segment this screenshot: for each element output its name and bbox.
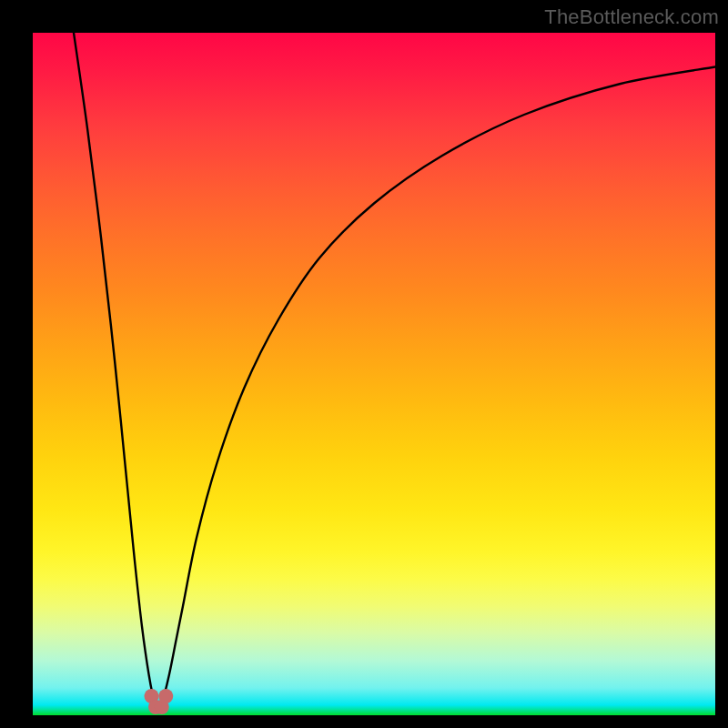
valley-dot-right xyxy=(158,689,173,703)
curve-layer xyxy=(33,33,715,715)
bottleneck-curve xyxy=(74,33,715,712)
plot-area xyxy=(33,33,715,715)
watermark-text: TheBottleneck.com xyxy=(544,5,719,29)
chart-frame: TheBottleneck.com xyxy=(0,0,728,728)
bottleneck-curve-path xyxy=(74,33,715,712)
valley-markers xyxy=(145,689,174,714)
